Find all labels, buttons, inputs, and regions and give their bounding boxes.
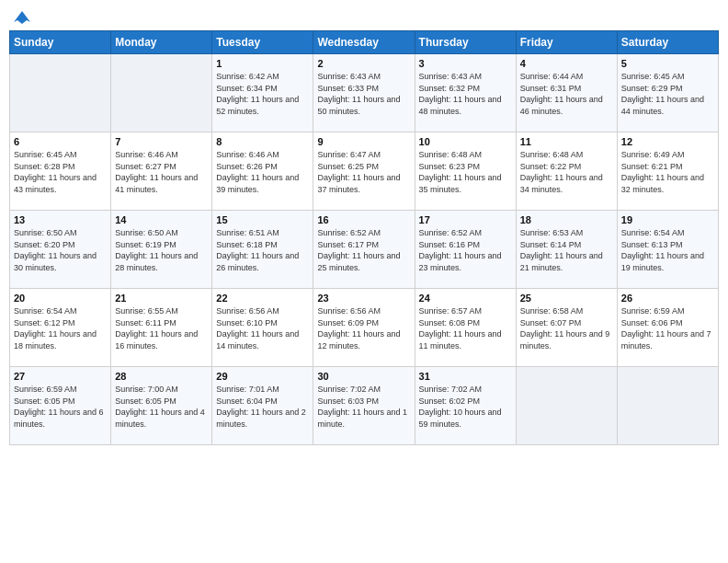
- calendar-cell: 5Sunrise: 6:45 AMSunset: 6:29 PMDaylight…: [617, 54, 718, 132]
- day-number: 14: [115, 214, 208, 225]
- calendar-cell: 15Sunrise: 6:51 AMSunset: 6:18 PMDayligh…: [212, 211, 313, 289]
- calendar-cell: 23Sunrise: 6:56 AMSunset: 6:09 PMDayligh…: [313, 289, 415, 367]
- calendar-cell: 1Sunrise: 6:42 AMSunset: 6:34 PMDaylight…: [212, 54, 313, 132]
- calendar-cell: 20Sunrise: 6:54 AMSunset: 6:12 PMDayligh…: [10, 289, 111, 367]
- day-number: 16: [317, 214, 410, 225]
- day-info: Sunrise: 6:53 AMSunset: 6:14 PMDaylight:…: [520, 227, 613, 273]
- day-info: Sunrise: 6:42 AMSunset: 6:34 PMDaylight:…: [216, 71, 309, 117]
- day-info: Sunrise: 6:43 AMSunset: 6:32 PMDaylight:…: [419, 71, 512, 117]
- calendar-cell: 12Sunrise: 6:49 AMSunset: 6:21 PMDayligh…: [617, 132, 718, 211]
- day-info: Sunrise: 7:00 AMSunset: 6:05 PMDaylight:…: [115, 384, 208, 430]
- day-number: 22: [216, 293, 309, 304]
- day-info: Sunrise: 6:47 AMSunset: 6:25 PMDaylight:…: [317, 149, 410, 195]
- day-number: 5: [621, 58, 714, 69]
- day-info: Sunrise: 6:52 AMSunset: 6:16 PMDaylight:…: [419, 227, 512, 273]
- day-number: 8: [216, 136, 309, 147]
- day-info: Sunrise: 6:56 AMSunset: 6:09 PMDaylight:…: [317, 305, 410, 351]
- day-info: Sunrise: 7:02 AMSunset: 6:03 PMDaylight:…: [317, 384, 410, 430]
- day-info: Sunrise: 6:46 AMSunset: 6:27 PMDaylight:…: [115, 149, 208, 195]
- day-number: 29: [216, 371, 309, 382]
- day-number: 12: [621, 136, 714, 147]
- calendar-cell: 13Sunrise: 6:50 AMSunset: 6:20 PMDayligh…: [10, 211, 111, 289]
- day-number: 17: [419, 214, 512, 225]
- day-info: Sunrise: 6:48 AMSunset: 6:22 PMDaylight:…: [520, 149, 613, 195]
- calendar-cell: 24Sunrise: 6:57 AMSunset: 6:08 PMDayligh…: [415, 289, 516, 367]
- calendar-cell: [111, 54, 212, 132]
- day-number: 23: [317, 293, 410, 304]
- day-number: 7: [115, 136, 208, 147]
- day-info: Sunrise: 7:02 AMSunset: 6:02 PMDaylight:…: [419, 384, 512, 430]
- calendar-cell: 4Sunrise: 6:44 AMSunset: 6:31 PMDaylight…: [516, 54, 617, 132]
- day-info: Sunrise: 6:45 AMSunset: 6:28 PMDaylight:…: [14, 149, 107, 195]
- column-header-monday: Monday: [111, 31, 212, 54]
- day-number: 31: [419, 371, 512, 382]
- day-number: 10: [419, 136, 512, 147]
- calendar-week-row: 20Sunrise: 6:54 AMSunset: 6:12 PMDayligh…: [10, 289, 719, 367]
- calendar-cell: 10Sunrise: 6:48 AMSunset: 6:23 PMDayligh…: [415, 132, 516, 211]
- calendar-cell: 22Sunrise: 6:56 AMSunset: 6:10 PMDayligh…: [212, 289, 313, 367]
- calendar-week-row: 13Sunrise: 6:50 AMSunset: 6:20 PMDayligh…: [10, 211, 719, 289]
- day-number: 15: [216, 214, 309, 225]
- calendar-table: SundayMondayTuesdayWednesdayThursdayFrid…: [9, 30, 719, 445]
- day-info: Sunrise: 6:52 AMSunset: 6:17 PMDaylight:…: [317, 227, 410, 273]
- column-header-saturday: Saturday: [617, 31, 718, 54]
- column-header-wednesday: Wednesday: [313, 31, 415, 54]
- page-header: [9, 9, 719, 23]
- day-number: 27: [14, 371, 107, 382]
- day-number: 19: [621, 214, 714, 225]
- day-info: Sunrise: 6:43 AMSunset: 6:33 PMDaylight:…: [317, 71, 410, 117]
- calendar-cell: 31Sunrise: 7:02 AMSunset: 6:02 PMDayligh…: [415, 367, 516, 445]
- calendar-cell: 26Sunrise: 6:59 AMSunset: 6:06 PMDayligh…: [617, 289, 718, 367]
- day-number: 21: [115, 293, 208, 304]
- calendar-cell: 3Sunrise: 6:43 AMSunset: 6:32 PMDaylight…: [415, 54, 516, 132]
- day-number: 9: [317, 136, 410, 147]
- calendar-header-row: SundayMondayTuesdayWednesdayThursdayFrid…: [10, 31, 719, 54]
- day-number: 28: [115, 371, 208, 382]
- day-info: Sunrise: 6:54 AMSunset: 6:12 PMDaylight:…: [14, 305, 107, 351]
- calendar-week-row: 27Sunrise: 6:59 AMSunset: 6:05 PMDayligh…: [10, 367, 719, 445]
- column-header-thursday: Thursday: [415, 31, 516, 54]
- day-number: 4: [520, 58, 613, 69]
- day-info: Sunrise: 6:54 AMSunset: 6:13 PMDaylight:…: [621, 227, 714, 273]
- day-number: 24: [419, 293, 512, 304]
- calendar-cell: 7Sunrise: 6:46 AMSunset: 6:27 PMDaylight…: [111, 132, 212, 211]
- calendar-cell: 11Sunrise: 6:48 AMSunset: 6:22 PMDayligh…: [516, 132, 617, 211]
- day-info: Sunrise: 6:50 AMSunset: 6:19 PMDaylight:…: [115, 227, 208, 273]
- day-info: Sunrise: 6:58 AMSunset: 6:07 PMDaylight:…: [520, 305, 613, 351]
- day-number: 2: [317, 58, 410, 69]
- day-info: Sunrise: 6:59 AMSunset: 6:05 PMDaylight:…: [14, 384, 107, 430]
- calendar-cell: 2Sunrise: 6:43 AMSunset: 6:33 PMDaylight…: [313, 54, 415, 132]
- day-info: Sunrise: 6:51 AMSunset: 6:18 PMDaylight:…: [216, 227, 309, 273]
- calendar-cell: 25Sunrise: 6:58 AMSunset: 6:07 PMDayligh…: [516, 289, 617, 367]
- calendar-cell: [516, 367, 617, 445]
- day-number: 1: [216, 58, 309, 69]
- day-info: Sunrise: 6:44 AMSunset: 6:31 PMDaylight:…: [520, 71, 613, 117]
- svg-marker-0: [14, 11, 30, 24]
- calendar-cell: 27Sunrise: 6:59 AMSunset: 6:05 PMDayligh…: [10, 367, 111, 445]
- calendar-cell: [617, 367, 718, 445]
- calendar-week-row: 1Sunrise: 6:42 AMSunset: 6:34 PMDaylight…: [10, 54, 719, 132]
- calendar-cell: 21Sunrise: 6:55 AMSunset: 6:11 PMDayligh…: [111, 289, 212, 367]
- calendar-cell: 16Sunrise: 6:52 AMSunset: 6:17 PMDayligh…: [313, 211, 415, 289]
- logo: [13, 9, 30, 23]
- calendar-cell: 14Sunrise: 6:50 AMSunset: 6:19 PMDayligh…: [111, 211, 212, 289]
- day-info: Sunrise: 6:46 AMSunset: 6:26 PMDaylight:…: [216, 149, 309, 195]
- day-info: Sunrise: 6:56 AMSunset: 6:10 PMDaylight:…: [216, 305, 309, 351]
- day-info: Sunrise: 6:59 AMSunset: 6:06 PMDaylight:…: [621, 305, 714, 351]
- day-number: 6: [14, 136, 107, 147]
- calendar-cell: 8Sunrise: 6:46 AMSunset: 6:26 PMDaylight…: [212, 132, 313, 211]
- column-header-tuesday: Tuesday: [212, 31, 313, 54]
- day-info: Sunrise: 7:01 AMSunset: 6:04 PMDaylight:…: [216, 384, 309, 430]
- day-info: Sunrise: 6:49 AMSunset: 6:21 PMDaylight:…: [621, 149, 714, 195]
- day-number: 18: [520, 214, 613, 225]
- day-info: Sunrise: 6:50 AMSunset: 6:20 PMDaylight:…: [14, 227, 107, 273]
- calendar-cell: 18Sunrise: 6:53 AMSunset: 6:14 PMDayligh…: [516, 211, 617, 289]
- day-number: 3: [419, 58, 512, 69]
- calendar-cell: 30Sunrise: 7:02 AMSunset: 6:03 PMDayligh…: [313, 367, 415, 445]
- day-number: 13: [14, 214, 107, 225]
- calendar-cell: 6Sunrise: 6:45 AMSunset: 6:28 PMDaylight…: [10, 132, 111, 211]
- calendar-cell: 9Sunrise: 6:47 AMSunset: 6:25 PMDaylight…: [313, 132, 415, 211]
- day-number: 20: [14, 293, 107, 304]
- calendar-cell: 28Sunrise: 7:00 AMSunset: 6:05 PMDayligh…: [111, 367, 212, 445]
- day-info: Sunrise: 6:57 AMSunset: 6:08 PMDaylight:…: [419, 305, 512, 351]
